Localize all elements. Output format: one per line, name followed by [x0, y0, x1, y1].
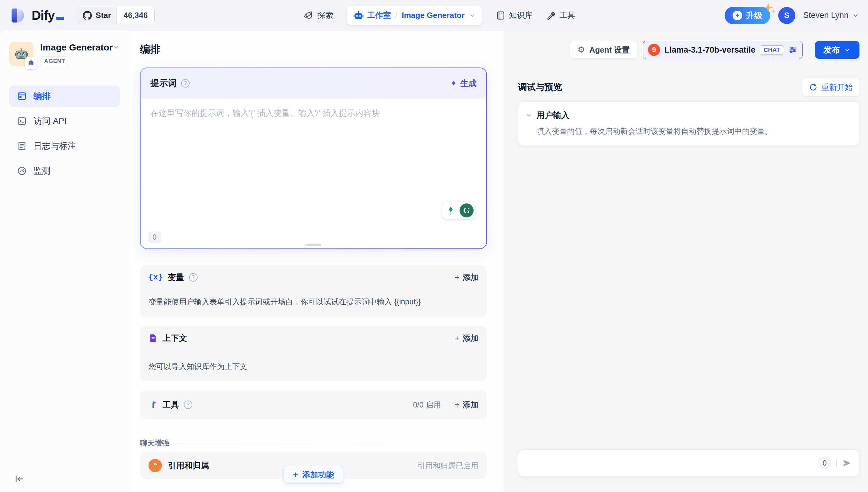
sidebar-item-monitoring[interactable]: 监测 [9, 160, 120, 181]
context-section: 上下文 + 添加 您可以导入知识库作为上下文 [140, 326, 487, 381]
chevron-down-icon [844, 46, 851, 53]
app-meta: Image Generator AGENT [40, 42, 120, 66]
nav-knowledge[interactable]: 知识库 [496, 10, 533, 21]
book-icon [496, 10, 506, 20]
publish-label: 发布 [824, 44, 840, 55]
github-star-label: Star [96, 10, 111, 20]
add-feature-button[interactable]: + 添加功能 [284, 466, 343, 484]
divider [448, 400, 448, 409]
send-icon [842, 458, 852, 468]
sparkle-icon: ✦ [450, 78, 457, 88]
divider [836, 459, 837, 468]
grammarly-suggestion-icon[interactable] [444, 203, 458, 217]
chevron-down-icon[interactable] [113, 44, 120, 51]
add-variable-label: 添加 [463, 272, 478, 283]
app-switcher[interactable]: Image Generator AGENT [9, 42, 120, 66]
collapse-sidebar-button[interactable] [14, 474, 24, 484]
planet-icon [304, 10, 314, 20]
github-icon [83, 11, 92, 20]
tools-hammer-icon [148, 400, 158, 409]
app-icon [9, 42, 33, 66]
resize-handle[interactable] [306, 244, 321, 246]
agent-settings-button[interactable]: ⚙ Agent 设置 [570, 41, 637, 59]
context-document-icon [148, 334, 158, 343]
sliders-icon[interactable] [788, 45, 797, 54]
gauge-icon [17, 166, 27, 176]
mini-robot-icon [27, 59, 35, 67]
add-variable-button[interactable]: + 添加 [455, 272, 478, 283]
avatar[interactable]: S [778, 7, 795, 24]
prompt-title: 提示词 [150, 77, 177, 90]
tools-section: 工具 ? 0/0 启用 + 添加 [140, 390, 487, 419]
robot-icon [353, 10, 364, 21]
debug-panel: ⚙ Agent 设置 9 Llama-3.1-70b-versatile CHA… [504, 31, 868, 492]
model-mode-badge: CHAT [760, 45, 784, 55]
model-selector[interactable]: 9 Llama-3.1-70b-versatile CHAT [643, 41, 802, 59]
chat-input[interactable] [525, 450, 818, 476]
github-star-widget[interactable]: Star 46,346 [77, 7, 155, 24]
plus-icon: + [455, 400, 460, 410]
user-menu[interactable]: Steven Lynn [803, 10, 859, 20]
add-tool-label: 添加 [463, 399, 478, 410]
breadcrumb-app-name: Image Generator [402, 10, 465, 20]
prompt-card-header: 提示词 ? ✦ 生成 [141, 68, 486, 99]
plus-icon: + [455, 333, 460, 343]
refresh-icon [809, 83, 818, 92]
plus-icon: + [455, 272, 460, 282]
nav-studio-active[interactable]: 工作室 / Image Generator [347, 6, 483, 25]
citation-title: 引用和归属 [168, 460, 209, 471]
chevron-down-icon[interactable] [469, 12, 476, 19]
collapse-left-icon [14, 474, 24, 484]
nav-explore[interactable]: 探索 [304, 10, 333, 21]
logo-text: Dify [32, 8, 64, 23]
add-feature-label: 添加功能 [302, 469, 334, 480]
generate-label: 生成 [460, 78, 477, 89]
restart-button[interactable]: 重新开始 [802, 78, 860, 96]
sidebar-item-logs[interactable]: 日志与标注 [9, 135, 120, 156]
user-name-label: Steven Lynn [803, 10, 848, 20]
add-tool-button[interactable]: + 添加 [455, 399, 478, 410]
variables-title: 变量 [168, 272, 184, 283]
prompt-body: G 0 [141, 99, 486, 248]
dify-logo-icon [9, 7, 27, 24]
prompt-card: 提示词 ? ✦ 生成 [140, 68, 487, 249]
chat-input-box: 0 [518, 449, 860, 477]
debug-title: 调试与预览 [518, 81, 562, 93]
sidebar-item-api[interactable]: 访问 API [9, 110, 120, 132]
logs-icon [17, 141, 27, 151]
add-context-button[interactable]: + 添加 [455, 333, 478, 344]
context-title: 上下文 [163, 333, 187, 344]
user-input-card: 用户输入 填入变量的值，每次启动新会话时该变量将自动替换提示词中的变量。 [518, 102, 860, 146]
sidebar-item-label: 监测 [33, 165, 50, 177]
agent-settings-label: Agent 设置 [589, 45, 630, 55]
variable-braces-icon: {x} [148, 273, 163, 282]
sidebar-nav: 编排 访问 API 日志与标注 [9, 85, 120, 181]
sidebar-item-orchestrate[interactable]: 编排 [9, 85, 120, 107]
sidebar-item-label: 编排 [33, 90, 50, 102]
grammarly-widget[interactable]: G [442, 202, 475, 219]
orchestrate-canvas: 编排 提示词 ? ✦ 生成 [129, 31, 504, 492]
agent-type-badge-icon [25, 57, 37, 69]
app-name: Image Generator [40, 42, 113, 53]
generate-button[interactable]: ✦ 生成 [450, 78, 477, 89]
grammarly-icon[interactable]: G [460, 203, 474, 217]
user-input-header[interactable]: 用户输入 [525, 110, 847, 121]
nav-tools[interactable]: 工具 [546, 10, 576, 21]
help-icon[interactable]: ? [189, 273, 197, 281]
chat-enhance-row: 聊天增强 [140, 438, 487, 448]
help-icon[interactable]: ? [181, 79, 190, 88]
upgrade-label: 升级 [746, 10, 763, 21]
debug-title-row: 调试与预览 重新开始 [518, 78, 860, 96]
citation-status: 引用和归属已启用 [418, 461, 478, 471]
debug-toolbar: ⚙ Agent 设置 9 Llama-3.1-70b-versatile CHA… [518, 41, 860, 59]
prompt-editor[interactable] [141, 99, 486, 227]
nav-tools-label: 工具 [560, 10, 576, 21]
send-button[interactable] [842, 458, 852, 468]
upgrade-button[interactable]: ✦ 升级 [725, 7, 770, 24]
logo-underscore [56, 17, 64, 20]
publish-button[interactable]: 发布 [815, 41, 860, 59]
help-icon[interactable]: ? [184, 400, 192, 409]
restart-label: 重新开始 [821, 82, 853, 93]
chat-char-count: 0 [818, 457, 831, 469]
sidebar-item-label: 日志与标注 [33, 140, 76, 152]
